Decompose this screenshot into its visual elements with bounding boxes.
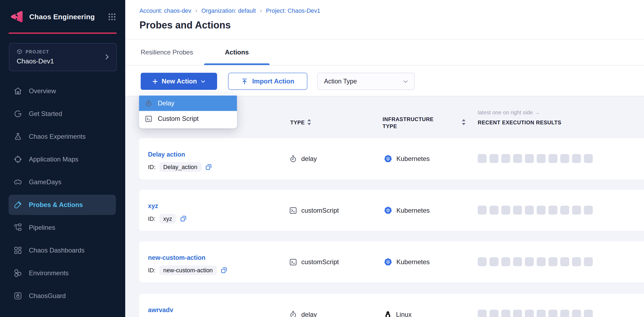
module-grid-icon[interactable] (108, 12, 117, 21)
sidebar-nav: Overview Get Started Chaos Experiments A… (0, 80, 125, 307)
project-selector[interactable]: PROJECT Chaos-Dev1 (9, 43, 117, 71)
upload-icon (241, 78, 248, 85)
infrastructure-cell: Kubernetes (384, 138, 430, 179)
action-name-link[interactable]: Delay action (148, 151, 185, 158)
column-header-type[interactable]: TYPE (290, 119, 305, 126)
recent-execution-placeholders (478, 310, 593, 317)
tab-resilience-probes[interactable]: Resilience Probes (141, 40, 193, 65)
plus-icon (152, 78, 158, 85)
chaos-logo-icon (9, 9, 24, 24)
stopwatch-icon (289, 155, 297, 163)
table-row[interactable]: new-custom-action ID: new-custom-action … (139, 241, 644, 283)
recent-execution-placeholders (478, 154, 593, 163)
terminal-icon (289, 258, 297, 266)
test-tube-icon (14, 200, 22, 209)
column-header-recent-execution-results: RECENT EXECUTION RESULTS (478, 119, 562, 126)
hexagons-icon (14, 269, 22, 278)
action-id: ID: new-custom-action (148, 266, 228, 275)
new-action-dropdown-menu: Delay Custom Script (139, 94, 237, 129)
action-type-cell: customScript (289, 190, 339, 231)
infrastructure-cell: Linux (384, 294, 411, 317)
actions-table: TYPE INFRASTRUCTURE TYPE latest one on r… (125, 96, 644, 317)
brand-header: Chaos Engineering (0, 0, 125, 33)
menu-item-custom-script[interactable]: Custom Script (139, 111, 237, 127)
table-row[interactable]: awrvadv ID: awrvadv delay (139, 294, 644, 317)
sidebar-item-chaos-experiments[interactable]: Chaos Experiments (0, 125, 125, 148)
table-row[interactable]: xyz ID: xyz customScript (139, 190, 644, 231)
sidebar-item-chaosguard[interactable]: ChaosGuard (0, 284, 125, 307)
import-action-button[interactable]: Import Action (228, 73, 308, 90)
copy-icon[interactable] (205, 163, 212, 171)
progress-circle-icon (14, 109, 22, 118)
infrastructure-cell: Kubernetes (384, 241, 430, 283)
sidebar-item-chaos-dashboards[interactable]: Chaos Dashboards (0, 239, 125, 262)
kubernetes-icon (384, 154, 392, 163)
kubernetes-icon (384, 206, 392, 215)
terminal-icon (289, 206, 297, 214)
stopwatch-icon (289, 310, 297, 317)
action-id-value: new-custom-action (159, 266, 217, 275)
recent-execution-placeholders (478, 206, 593, 215)
breadcrumb-project[interactable]: Project: Chaos-Dev1 (266, 7, 320, 14)
breadcrumb-organization[interactable]: Organization: default (201, 7, 256, 14)
gamepad-icon (14, 178, 22, 187)
sidebar-item-pipelines[interactable]: Pipelines (0, 216, 125, 239)
sidebar-item-application-maps[interactable]: Application Maps (0, 148, 125, 171)
action-id: ID: Delay_action (148, 162, 212, 172)
dashboard-grid-icon (14, 246, 22, 255)
new-action-button[interactable]: New Action (141, 73, 217, 90)
action-type-cell: delay (289, 294, 317, 317)
copy-icon[interactable] (220, 267, 228, 274)
stopwatch-icon (145, 99, 153, 107)
chevron-down-icon (201, 79, 206, 84)
linux-icon (384, 310, 392, 317)
action-name-link[interactable]: awrvadv (148, 306, 173, 314)
breadcrumb-separator: › (195, 7, 198, 14)
infrastructure-cell: Kubernetes (384, 190, 430, 231)
brand-accent-line (9, 33, 117, 34)
sidebar-item-gamedays[interactable]: GameDays (0, 171, 125, 193)
chevron-right-icon (103, 53, 111, 61)
home-icon (14, 87, 22, 96)
breadcrumb: Account: chaos-dev › Organization: defau… (140, 7, 320, 14)
breadcrumb-account[interactable]: Account: chaos-dev (140, 7, 191, 14)
project-name: Chaos-Dev1 (17, 57, 110, 65)
page-title: Probes and Actions (140, 20, 231, 31)
table-row[interactable]: Delay action ID: Delay_action delay (139, 138, 644, 179)
lock-icon (14, 292, 22, 300)
action-type-cell: delay (289, 138, 317, 179)
copy-icon[interactable] (180, 215, 187, 222)
sort-icon[interactable] (461, 119, 466, 125)
sidebar-item-overview[interactable]: Overview (0, 80, 125, 102)
menu-item-delay[interactable]: Delay (139, 96, 237, 111)
action-type-select[interactable]: Action Type (317, 73, 415, 90)
kubernetes-icon (384, 258, 392, 266)
flask-icon (14, 132, 22, 141)
results-order-note: latest one on right side → (478, 109, 540, 116)
sidebar: Chaos Engineering PROJECT Chaos-Dev1 (0, 0, 125, 317)
chevron-down-icon (402, 78, 409, 85)
action-id-value: xyz (159, 214, 176, 224)
active-tab-indicator (204, 63, 270, 65)
tab-bar: Resilience Probes Actions (125, 40, 644, 66)
terminal-icon (145, 115, 153, 123)
sort-icon[interactable] (307, 119, 312, 125)
action-id: ID: xyz (148, 214, 187, 224)
action-type-cell: customScript (289, 241, 339, 283)
sidebar-item-get-started[interactable]: Get Started (0, 102, 125, 125)
tab-actions[interactable]: Actions (204, 40, 270, 65)
breadcrumb-separator: › (260, 7, 262, 14)
crosshair-icon (14, 155, 22, 164)
recent-execution-placeholders (478, 257, 593, 266)
action-id-value: Delay_action (159, 162, 201, 172)
app-window: Chaos Engineering PROJECT Chaos-Dev1 (0, 0, 644, 317)
action-name-link[interactable]: xyz (148, 202, 158, 210)
action-name-link[interactable]: new-custom-action (148, 254, 205, 261)
app-title: Chaos Engineering (29, 12, 108, 21)
cube-icon (17, 49, 22, 54)
main-content: Account: chaos-dev › Organization: defau… (125, 0, 644, 317)
project-label: PROJECT (26, 49, 49, 54)
sidebar-item-environments[interactable]: Environments (0, 262, 125, 284)
column-header-infrastructure-type[interactable]: INFRASTRUCTURE TYPE (383, 116, 434, 130)
sidebar-item-probes-actions[interactable]: Probes & Actions (0, 193, 125, 216)
